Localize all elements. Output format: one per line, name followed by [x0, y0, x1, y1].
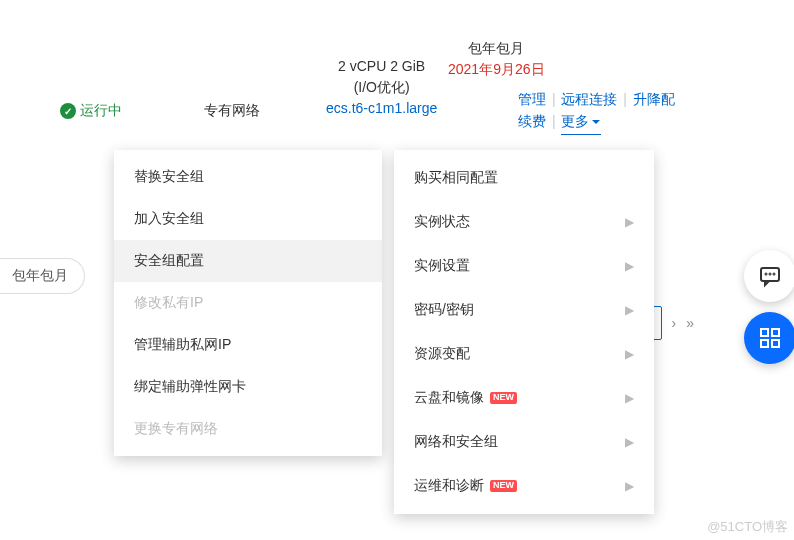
page-last-icon[interactable]: »	[686, 315, 694, 331]
new-badge: NEW	[490, 392, 517, 404]
filter-pill-label: 包年包月	[12, 267, 68, 285]
submenu-item[interactable]: 加入安全组	[114, 198, 382, 240]
mainmenu-item-label: 实例设置	[414, 257, 470, 275]
feedback-button[interactable]	[744, 250, 794, 302]
submenu-item[interactable]: 安全组配置	[114, 240, 382, 282]
expire-date: 2021年9月26日	[448, 59, 545, 80]
svg-point-2	[770, 274, 771, 275]
mainmenu-item[interactable]: 密码/密钥▶	[394, 288, 654, 332]
mainmenu-item-label: 实例状态	[414, 213, 470, 231]
billing-label: 包年包月	[448, 38, 545, 59]
chevron-right-icon: ▶	[625, 215, 634, 229]
svg-rect-4	[761, 329, 768, 336]
mainmenu-item-label: 资源变配	[414, 345, 470, 363]
spec-cell: 2 vCPU 2 GiB (I/O优化) ecs.t6-c1m1.large	[326, 56, 437, 119]
chevron-right-icon: ▶	[625, 435, 634, 449]
network-type: 专有网络	[204, 102, 260, 120]
svg-point-3	[774, 274, 775, 275]
mainmenu-item-label: 网络和安全组	[414, 433, 498, 451]
submenu-item[interactable]: 绑定辅助弹性网卡	[114, 366, 382, 408]
resize-link[interactable]: 升降配	[633, 91, 675, 107]
caret-down-icon	[591, 117, 601, 127]
separator: |	[623, 91, 627, 107]
mainmenu-item[interactable]: 实例状态▶	[394, 200, 654, 244]
mainmenu-item-label: 运维和诊断NEW	[414, 477, 517, 495]
mainmenu-item[interactable]: 资源变配▶	[394, 332, 654, 376]
security-submenu: 替换安全组加入安全组安全组配置修改私有IP管理辅助私网IP绑定辅助弹性网卡更换专…	[114, 150, 382, 456]
watermark: @51CTO博客	[707, 518, 788, 536]
submenu-item[interactable]: 管理辅助私网IP	[114, 324, 382, 366]
apps-button[interactable]	[744, 312, 794, 364]
submenu-item[interactable]: 替换安全组	[114, 156, 382, 198]
more-dropdown[interactable]: 更多	[561, 110, 601, 134]
spec-line2: (I/O优化)	[326, 77, 437, 98]
filter-pill-billing[interactable]: 包年包月	[0, 258, 85, 294]
remote-link[interactable]: 远程连接	[561, 91, 617, 107]
spec-line1: 2 vCPU 2 GiB	[326, 56, 437, 77]
chevron-right-icon: ▶	[625, 303, 634, 317]
svg-rect-6	[761, 340, 768, 347]
chat-icon	[758, 264, 782, 288]
expire-cell: 包年包月 2021年9月26日	[448, 38, 545, 80]
check-circle-icon: ✓	[60, 103, 76, 119]
svg-rect-7	[772, 340, 779, 347]
submenu-item: 更换专有网络	[114, 408, 382, 450]
submenu-item: 修改私有IP	[114, 282, 382, 324]
mainmenu-item-label: 密码/密钥	[414, 301, 474, 319]
mainmenu-item-label: 购买相同配置	[414, 169, 498, 187]
new-badge: NEW	[490, 480, 517, 492]
more-main-menu: 购买相同配置实例状态▶实例设置▶密码/密钥▶资源变配▶云盘和镜像NEW▶网络和安…	[394, 150, 654, 514]
manage-link[interactable]: 管理	[518, 91, 546, 107]
grid-icon	[759, 327, 781, 349]
mainmenu-item[interactable]: 实例设置▶	[394, 244, 654, 288]
mainmenu-item[interactable]: 云盘和镜像NEW▶	[394, 376, 654, 420]
chevron-right-icon: ▶	[625, 479, 634, 493]
status-label: 运行中	[80, 102, 122, 120]
page-next-icon[interactable]: ›	[672, 315, 677, 331]
more-label: 更多	[561, 110, 589, 132]
actions-cell: 管理 | 远程连接 | 升降配 续费 | 更多	[518, 88, 675, 135]
svg-rect-5	[772, 329, 779, 336]
mainmenu-item-label: 云盘和镜像NEW	[414, 389, 517, 407]
chevron-right-icon: ▶	[625, 347, 634, 361]
mainmenu-item[interactable]: 网络和安全组▶	[394, 420, 654, 464]
status-cell: ✓ 运行中	[60, 102, 122, 120]
spec-type-link[interactable]: ecs.t6-c1m1.large	[326, 100, 437, 116]
chevron-right-icon: ▶	[625, 259, 634, 273]
separator: |	[552, 113, 556, 129]
mainmenu-item[interactable]: 运维和诊断NEW▶	[394, 464, 654, 508]
instance-row: ✓ 运行中 专有网络 2 vCPU 2 GiB (I/O优化) ecs.t6-c…	[0, 28, 794, 138]
svg-point-1	[766, 274, 767, 275]
chevron-right-icon: ▶	[625, 391, 634, 405]
renew-link[interactable]: 续费	[518, 113, 546, 129]
mainmenu-item[interactable]: 购买相同配置	[394, 156, 654, 200]
separator: |	[552, 91, 556, 107]
